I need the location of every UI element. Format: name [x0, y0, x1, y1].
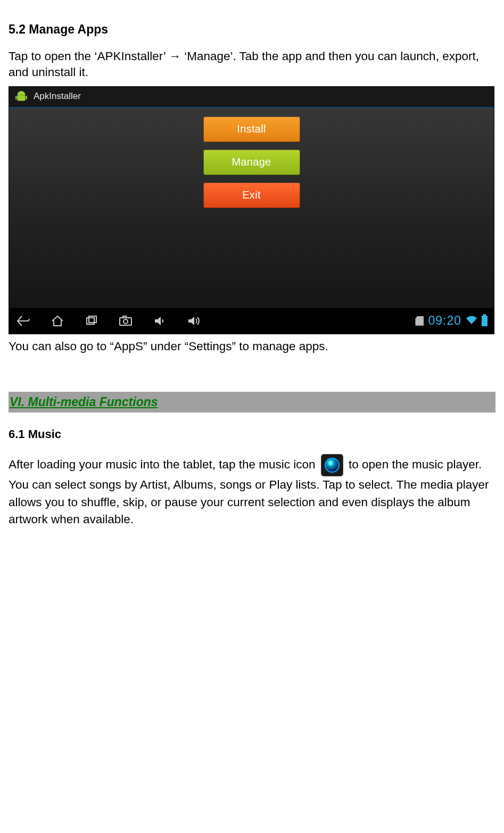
para61-part-a: After loading your music into the tablet… [9, 458, 319, 471]
app-title-bar: ApkInstaller [9, 87, 494, 108]
android-icon [14, 91, 28, 103]
svg-rect-9 [123, 316, 126, 318]
screenshot-icon[interactable] [118, 313, 134, 329]
music-app-icon [321, 454, 343, 476]
home-icon[interactable] [49, 313, 65, 329]
apkinstaller-screenshot: ApkInstaller Install Manage Exit 09:20 [9, 86, 494, 334]
svg-rect-0 [17, 95, 25, 101]
manage-button[interactable]: Manage [203, 150, 300, 175]
volume-up-icon[interactable] [186, 313, 202, 329]
app-title-text: ApkInstaller [34, 90, 81, 103]
paragraph-6-1: After loading your music into the tablet… [9, 454, 495, 529]
battery-icon [482, 316, 488, 326]
system-navbar: 09:20 [9, 308, 494, 334]
wifi-icon [466, 313, 477, 329]
svg-rect-6 [89, 316, 96, 323]
paragraph-5-2: Tap to open the ‘APKInstaller’ → ‘Manage… [9, 48, 495, 81]
svg-rect-5 [87, 318, 94, 324]
heading-5-2: 5.2 Manage Apps [9, 21, 495, 38]
page-number: 1 0 [9, 831, 495, 833]
svg-rect-3 [15, 95, 16, 100]
exit-button[interactable]: Exit [203, 183, 300, 208]
paragraph-5-2b: You can also go to “AppS” under “Setting… [9, 339, 495, 354]
status-clock: 09:20 [428, 312, 461, 329]
svg-rect-4 [26, 95, 27, 100]
back-icon[interactable] [15, 313, 31, 329]
sd-card-icon [415, 316, 424, 326]
section-vi-heading: VI. Multi-media Functions [9, 392, 495, 413]
recent-apps-icon[interactable] [84, 313, 100, 329]
install-button[interactable]: Install [203, 117, 300, 142]
heading-6-1: 6.1 Music [9, 426, 495, 442]
volume-down-icon[interactable] [152, 313, 168, 329]
svg-point-8 [123, 319, 128, 324]
